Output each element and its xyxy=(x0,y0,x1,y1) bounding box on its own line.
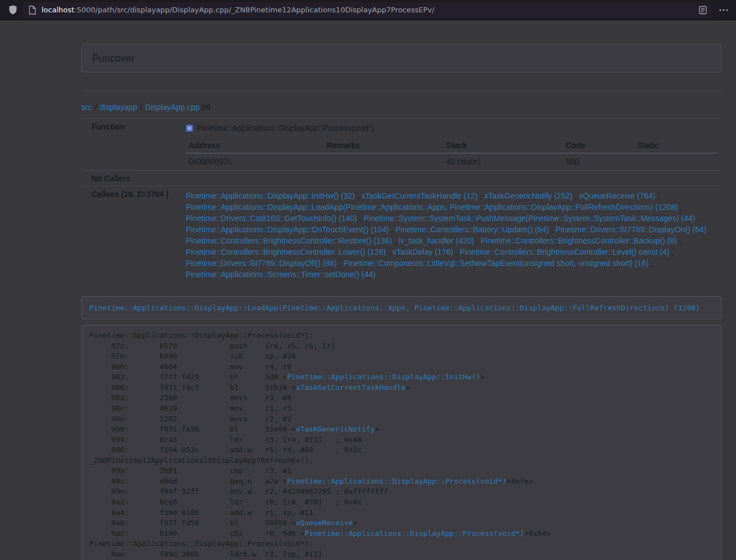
function-name-line: Pinetime::Applications::DisplayApp::Proc… xyxy=(186,122,717,134)
callee-separator: , xyxy=(386,247,390,256)
breadcrumb-separator: / xyxy=(95,103,97,112)
callee-item: vTaskDelay (176) , xyxy=(392,247,458,256)
callee-item: xQueueReceive (764) , xyxy=(579,191,660,200)
callee-separator: , xyxy=(453,247,458,256)
callee-separator: , xyxy=(337,259,341,268)
callee-separator: , xyxy=(478,191,482,200)
callee-item: Pinetime::Components::LittleVgl::SetNewT… xyxy=(344,259,653,268)
callee-separator: , xyxy=(355,191,359,200)
callee-link[interactable]: lv_task_handler (420) xyxy=(399,236,474,245)
callee-item: xTaskGenericNotify (252) , xyxy=(484,191,577,200)
callee-link[interactable]: Pinetime::Controllers::Battery::Update()… xyxy=(396,225,549,234)
stats-header-row: Address Remarks Stack Code Static xyxy=(186,138,717,153)
asm-symbol-link[interactable]: Pinetime::Applications::DisplayApp::Proc… xyxy=(287,477,506,485)
callee-link[interactable]: xTaskGenericNotify (252) xyxy=(484,191,572,200)
callee-item: Pinetime::Controllers::BrightnessControl… xyxy=(481,236,681,245)
function-name: Pinetime::Applications::DisplayApp::Proc… xyxy=(197,123,374,132)
callee-separator: , xyxy=(655,191,660,200)
callee-link[interactable]: Pinetime::Applications::DisplayApp::Load… xyxy=(186,203,678,212)
callee-separator: , xyxy=(649,259,653,268)
url-text: localhost:5000/path/src/displayapp/Displ… xyxy=(42,6,694,14)
function-cell: Pinetime::Applications::DisplayApp::Proc… xyxy=(181,119,721,171)
no-callers-row: No Callers xyxy=(81,171,721,186)
reader-view-icon[interactable] xyxy=(699,6,707,15)
breadcrumb-link-file[interactable]: DisplayApp.cpp xyxy=(145,103,199,112)
callee-item: Pinetime::System::SystemTask::PushMessag… xyxy=(364,214,700,223)
breadcrumb-separator: / xyxy=(140,103,143,112)
column-header-stack: Stack xyxy=(444,138,563,153)
breadcrumb: src/displayapp/DisplayApp.cpp:86 xyxy=(81,102,721,113)
callee-item: Pinetime::Controllers::BrightnessControl… xyxy=(186,247,390,256)
callee-item: Pinetime::Applications::DisplayApp::Init… xyxy=(186,191,359,200)
callee-separator: , xyxy=(707,225,711,234)
no-callers-label: No Callers xyxy=(81,171,181,186)
callee-link[interactable]: Pinetime::Controllers::BrightnessControl… xyxy=(460,247,669,256)
callee-link[interactable]: Pinetime::Controllers::BrightnessControl… xyxy=(186,247,386,256)
breadcrumb-link-displayapp[interactable]: displayapp xyxy=(100,103,138,112)
callee-item: xTaskGetCurrentTaskHandle (12) , xyxy=(362,191,482,200)
callee-item: Pinetime::Controllers::Battery::Update()… xyxy=(396,225,554,234)
callee-item: lv_task_handler (420) , xyxy=(399,236,478,245)
callee-link[interactable]: Pinetime::Controllers::BrightnessControl… xyxy=(186,236,392,245)
callee-item: Pinetime::Drivers::St7789::DisplayOff() … xyxy=(186,259,341,268)
callee-link[interactable]: Pinetime::Applications::DisplayApp::OnTo… xyxy=(186,225,389,234)
callee-separator: , xyxy=(474,236,479,245)
stack-cell: 40 (static) xyxy=(444,153,563,170)
callee-item: Pinetime::Controllers::BrightnessControl… xyxy=(460,247,674,256)
function-table: Function Pinetime::Applications::Display… xyxy=(81,118,721,284)
callee-link[interactable]: Pinetime::Controllers::BrightnessControl… xyxy=(481,236,676,245)
callees-row: Callees (19, Σ=3704 ) Pinetime::Applicat… xyxy=(81,186,721,285)
divider xyxy=(81,91,721,91)
callee-separator: , xyxy=(357,214,362,223)
url-bar[interactable]: localhost:5000/path/src/displayapp/Displ… xyxy=(23,2,712,18)
code-cell: 500 xyxy=(563,153,635,170)
asm-symbol-link[interactable]: Pinetime::Applications::DisplayApp::Init… xyxy=(287,373,480,381)
tracking-shield-icon[interactable] xyxy=(8,5,17,15)
url-path: :5000/path/src/displayapp/DisplayApp.cpp… xyxy=(74,6,434,14)
function-kind-icon xyxy=(186,125,193,132)
callee-link[interactable]: xQueueReceive (764) xyxy=(579,191,655,200)
callee-item: Pinetime::Drivers::St7789::DisplayOn() (… xyxy=(555,225,711,234)
column-header-address: Address xyxy=(186,138,324,153)
app-navbar: Puncover xyxy=(81,44,721,72)
highlighted-symbol-box: Pinetime::Applications::DisplayApp::Load… xyxy=(81,296,721,319)
callee-link[interactable]: Pinetime::System::SystemTask::PushMessag… xyxy=(364,214,696,223)
callees-label: Callees (19, Σ=3704 ) xyxy=(81,186,181,285)
callee-separator: , xyxy=(392,236,396,245)
callee-separator: , xyxy=(669,247,674,256)
remarks-cell xyxy=(324,153,444,170)
page-identity-icon[interactable] xyxy=(29,6,36,15)
callee-separator: , xyxy=(695,214,700,223)
highlighted-symbol-link[interactable]: Pinetime::Applications::DisplayApp::Load… xyxy=(89,304,700,312)
callee-link[interactable]: vTaskDelay (176) xyxy=(392,247,453,256)
callee-item: Pinetime::Controllers::BrightnessControl… xyxy=(186,236,396,245)
callee-item: Pinetime::Applications::Screens::Timer::… xyxy=(186,270,376,279)
callee-separator: , xyxy=(389,225,394,234)
disassembly-block: Pinetime::Applications::DisplayApp::Proc… xyxy=(81,325,721,560)
callee-link[interactable]: Pinetime::Drivers::Cst816S::GetTouchInfo… xyxy=(186,214,357,223)
browser-toolbar: localhost:5000/path/src/displayapp/Displ… xyxy=(0,0,736,20)
callee-link[interactable]: xTaskGetCurrentTaskHandle (12) xyxy=(362,191,478,200)
callee-separator: , xyxy=(678,203,683,212)
overflow-menu-icon[interactable] xyxy=(719,9,728,11)
callee-separator: , xyxy=(573,191,577,200)
callee-link[interactable]: Pinetime::Drivers::St7789::DisplayOn() (… xyxy=(555,225,706,234)
page-content: Puncover src/displayapp/DisplayApp.cpp:8… xyxy=(81,44,721,560)
asm-symbol-link[interactable]: xTaskGenericNotify xyxy=(296,425,375,433)
asm-symbol-link[interactable]: xQueueReceive xyxy=(296,518,353,527)
app-brand-link[interactable]: Puncover xyxy=(82,45,145,72)
breadcrumb-link-src[interactable]: src xyxy=(81,103,92,112)
function-row: Function Pinetime::Applications::Display… xyxy=(81,119,721,171)
callee-item: Pinetime::Applications::DisplayApp::OnTo… xyxy=(186,225,394,234)
callee-link[interactable]: Pinetime::Components::LittleVgl::SetNewT… xyxy=(344,259,649,268)
callee-link[interactable]: Pinetime::Drivers::St7789::DisplayOff() … xyxy=(186,259,337,268)
callee-separator: , xyxy=(677,236,682,245)
asm-symbol-link[interactable]: Pinetime::Applications::DisplayApp::Proc… xyxy=(305,529,524,538)
callee-separator: , xyxy=(549,225,554,234)
address-cell: 0x0000097c xyxy=(186,153,324,170)
callee-item: Pinetime::Drivers::Cst816S::GetTouchInfo… xyxy=(186,214,362,223)
asm-symbol-link[interactable]: xTaskGetCurrentTaskHandle xyxy=(296,383,406,392)
callee-link[interactable]: Pinetime::Applications::Screens::Timer::… xyxy=(186,270,376,279)
function-row-label: Function xyxy=(81,119,181,171)
callee-link[interactable]: Pinetime::Applications::DisplayApp::Init… xyxy=(186,191,355,200)
